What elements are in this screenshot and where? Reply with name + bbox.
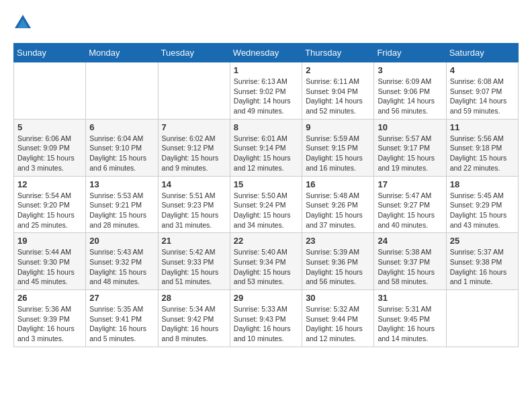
day-info: Sunrise: 6:06 AM Sunset: 9:09 PM Dayligh…	[17, 134, 82, 173]
calendar-week-row: 19Sunrise: 5:44 AM Sunset: 9:30 PM Dayli…	[14, 233, 519, 290]
calendar-cell: 11Sunrise: 5:56 AM Sunset: 9:18 PM Dayli…	[446, 119, 518, 176]
day-number: 17	[378, 179, 442, 189]
calendar-cell: 3Sunrise: 6:09 AM Sunset: 9:06 PM Daylig…	[374, 62, 446, 120]
day-info: Sunrise: 5:53 AM Sunset: 9:21 PM Dayligh…	[89, 191, 154, 230]
day-info: Sunrise: 5:56 AM Sunset: 9:18 PM Dayligh…	[450, 134, 515, 173]
day-info: Sunrise: 6:04 AM Sunset: 9:10 PM Dayligh…	[89, 134, 154, 173]
calendar-cell	[86, 62, 158, 120]
day-info: Sunrise: 5:43 AM Sunset: 9:32 PM Dayligh…	[89, 247, 154, 287]
day-info: Sunrise: 6:13 AM Sunset: 9:02 PM Dayligh…	[234, 77, 298, 116]
day-number: 31	[378, 293, 442, 303]
calendar-cell: 19Sunrise: 5:44 AM Sunset: 9:30 PM Dayli…	[14, 233, 86, 290]
calendar-cell: 18Sunrise: 5:45 AM Sunset: 9:29 PM Dayli…	[446, 176, 518, 233]
day-number: 27	[89, 293, 154, 303]
day-of-week-header: Saturday	[446, 44, 518, 62]
day-number: 20	[89, 236, 154, 246]
day-of-week-header: Friday	[374, 44, 446, 62]
day-info: Sunrise: 5:34 AM Sunset: 9:42 PM Dayligh…	[162, 304, 226, 344]
calendar-cell: 15Sunrise: 5:50 AM Sunset: 9:24 PM Dayli…	[230, 176, 302, 233]
calendar-cell: 27Sunrise: 5:35 AM Sunset: 9:41 PM Dayli…	[86, 290, 158, 347]
day-info: Sunrise: 5:42 AM Sunset: 9:33 PM Dayligh…	[162, 247, 226, 287]
day-of-week-header: Monday	[86, 44, 158, 62]
calendar-table: SundayMondayTuesdayWednesdayThursdayFrid…	[13, 43, 519, 347]
day-info: Sunrise: 5:51 AM Sunset: 9:23 PM Dayligh…	[162, 191, 226, 230]
day-info: Sunrise: 6:11 AM Sunset: 9:04 PM Dayligh…	[306, 77, 370, 116]
day-number: 11	[450, 122, 515, 132]
calendar-cell: 28Sunrise: 5:34 AM Sunset: 9:42 PM Dayli…	[158, 290, 230, 347]
day-of-week-header: Thursday	[302, 44, 374, 62]
page-header	[13, 13, 519, 32]
calendar-cell: 10Sunrise: 5:57 AM Sunset: 9:17 PM Dayli…	[374, 119, 446, 176]
calendar-week-row: 1Sunrise: 6:13 AM Sunset: 9:02 PM Daylig…	[14, 62, 519, 120]
day-number: 18	[450, 179, 515, 189]
day-of-week-header: Tuesday	[158, 44, 230, 62]
day-info: Sunrise: 5:50 AM Sunset: 9:24 PM Dayligh…	[234, 191, 298, 230]
calendar-cell: 26Sunrise: 5:36 AM Sunset: 9:39 PM Dayli…	[14, 290, 86, 347]
logo	[13, 13, 35, 32]
calendar-cell: 29Sunrise: 5:33 AM Sunset: 9:43 PM Dayli…	[230, 290, 302, 347]
calendar-cell: 9Sunrise: 5:59 AM Sunset: 9:15 PM Daylig…	[302, 119, 374, 176]
calendar-cell: 14Sunrise: 5:51 AM Sunset: 9:23 PM Dayli…	[158, 176, 230, 233]
day-number: 25	[450, 236, 515, 246]
calendar-cell: 21Sunrise: 5:42 AM Sunset: 9:33 PM Dayli…	[158, 233, 230, 290]
day-number: 26	[17, 293, 82, 303]
day-info: Sunrise: 5:37 AM Sunset: 9:38 PM Dayligh…	[450, 247, 515, 287]
day-info: Sunrise: 5:54 AM Sunset: 9:20 PM Dayligh…	[17, 191, 82, 230]
day-info: Sunrise: 5:45 AM Sunset: 9:29 PM Dayligh…	[450, 191, 515, 230]
day-number: 2	[306, 65, 370, 75]
day-info: Sunrise: 5:36 AM Sunset: 9:39 PM Dayligh…	[17, 304, 82, 344]
calendar-week-row: 12Sunrise: 5:54 AM Sunset: 9:20 PM Dayli…	[14, 176, 519, 233]
day-number: 9	[306, 122, 370, 132]
calendar-cell: 1Sunrise: 6:13 AM Sunset: 9:02 PM Daylig…	[230, 62, 302, 120]
calendar-cell: 12Sunrise: 5:54 AM Sunset: 9:20 PM Dayli…	[14, 176, 86, 233]
calendar-cell: 24Sunrise: 5:38 AM Sunset: 9:37 PM Dayli…	[374, 233, 446, 290]
day-info: Sunrise: 6:09 AM Sunset: 9:06 PM Dayligh…	[378, 77, 442, 116]
day-number: 19	[17, 236, 82, 246]
day-info: Sunrise: 6:02 AM Sunset: 9:12 PM Dayligh…	[162, 134, 226, 173]
day-number: 30	[306, 293, 370, 303]
logo-icon	[13, 13, 32, 32]
calendar-cell: 20Sunrise: 5:43 AM Sunset: 9:32 PM Dayli…	[86, 233, 158, 290]
day-info: Sunrise: 5:40 AM Sunset: 9:34 PM Dayligh…	[234, 247, 298, 287]
day-of-week-header: Sunday	[14, 44, 86, 62]
calendar-cell: 8Sunrise: 6:01 AM Sunset: 9:14 PM Daylig…	[230, 119, 302, 176]
day-number: 21	[162, 236, 226, 246]
calendar-cell	[14, 62, 86, 120]
calendar-cell	[158, 62, 230, 120]
day-number: 13	[89, 179, 154, 189]
calendar-cell: 4Sunrise: 6:08 AM Sunset: 9:07 PM Daylig…	[446, 62, 518, 120]
calendar-cell: 7Sunrise: 6:02 AM Sunset: 9:12 PM Daylig…	[158, 119, 230, 176]
day-info: Sunrise: 6:01 AM Sunset: 9:14 PM Dayligh…	[234, 134, 298, 173]
day-number: 4	[450, 65, 515, 75]
day-number: 28	[162, 293, 226, 303]
calendar-cell: 22Sunrise: 5:40 AM Sunset: 9:34 PM Dayli…	[230, 233, 302, 290]
day-of-week-header: Wednesday	[230, 44, 302, 62]
day-info: Sunrise: 5:47 AM Sunset: 9:27 PM Dayligh…	[378, 191, 442, 230]
calendar-cell: 13Sunrise: 5:53 AM Sunset: 9:21 PM Dayli…	[86, 176, 158, 233]
day-number: 16	[306, 179, 370, 189]
day-number: 29	[234, 293, 298, 303]
day-number: 3	[378, 65, 442, 75]
day-number: 22	[234, 236, 298, 246]
calendar-cell: 30Sunrise: 5:32 AM Sunset: 9:44 PM Dayli…	[302, 290, 374, 347]
day-number: 24	[378, 236, 442, 246]
calendar-week-row: 26Sunrise: 5:36 AM Sunset: 9:39 PM Dayli…	[14, 290, 519, 347]
day-info: Sunrise: 5:38 AM Sunset: 9:37 PM Dayligh…	[378, 247, 442, 287]
calendar-cell: 23Sunrise: 5:39 AM Sunset: 9:36 PM Dayli…	[302, 233, 374, 290]
calendar-cell: 31Sunrise: 5:31 AM Sunset: 9:45 PM Dayli…	[374, 290, 446, 347]
day-number: 6	[89, 122, 154, 132]
day-number: 7	[162, 122, 226, 132]
day-info: Sunrise: 6:08 AM Sunset: 9:07 PM Dayligh…	[450, 77, 515, 116]
day-info: Sunrise: 5:32 AM Sunset: 9:44 PM Dayligh…	[306, 304, 370, 344]
day-info: Sunrise: 5:48 AM Sunset: 9:26 PM Dayligh…	[306, 191, 370, 230]
day-info: Sunrise: 5:31 AM Sunset: 9:45 PM Dayligh…	[378, 304, 442, 344]
day-info: Sunrise: 5:59 AM Sunset: 9:15 PM Dayligh…	[306, 134, 370, 173]
calendar-cell: 17Sunrise: 5:47 AM Sunset: 9:27 PM Dayli…	[374, 176, 446, 233]
day-info: Sunrise: 5:35 AM Sunset: 9:41 PM Dayligh…	[89, 304, 154, 344]
day-number: 15	[234, 179, 298, 189]
day-info: Sunrise: 5:57 AM Sunset: 9:17 PM Dayligh…	[378, 134, 442, 173]
calendar-cell: 25Sunrise: 5:37 AM Sunset: 9:38 PM Dayli…	[446, 233, 518, 290]
calendar-cell: 5Sunrise: 6:06 AM Sunset: 9:09 PM Daylig…	[14, 119, 86, 176]
day-number: 8	[234, 122, 298, 132]
calendar-cell: 16Sunrise: 5:48 AM Sunset: 9:26 PM Dayli…	[302, 176, 374, 233]
